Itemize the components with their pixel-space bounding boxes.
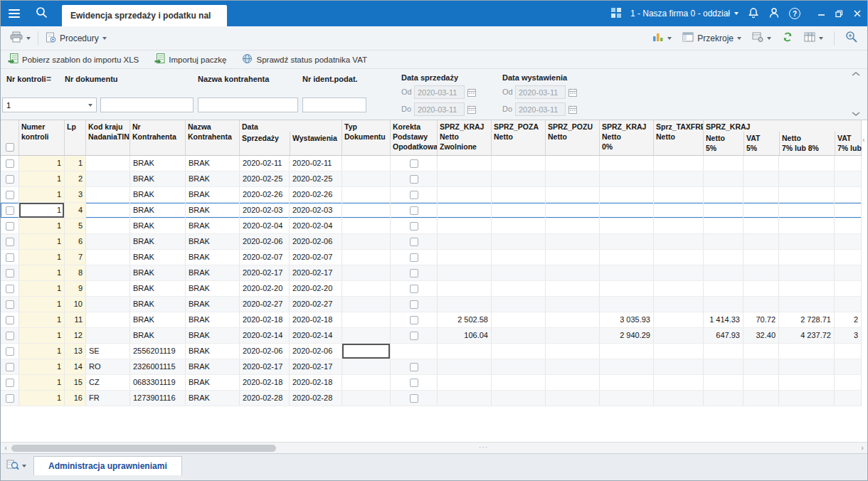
row-checkbox[interactable] <box>6 206 14 215</box>
view-settings-button[interactable] <box>748 30 775 46</box>
table-row[interactable]: 12BRAKBRAK2020-02-252020-02-25 <box>1 171 862 187</box>
column-header-numer[interactable]: Numerkontroli <box>19 120 65 155</box>
table-row[interactable]: 113SE2556201119BRAK2020-02-062020-02-06 <box>1 344 862 359</box>
table-row[interactable]: 114RO2326001115BRAK2020-02-172020-02-17 <box>1 359 862 375</box>
data-wystawienia-od-input[interactable]: 2020-03-11 <box>515 85 566 99</box>
row-checkbox[interactable] <box>6 175 14 184</box>
nr-dokumentu-input[interactable] <box>100 97 194 112</box>
expand-filters-button[interactable] <box>849 110 863 118</box>
row-checkbox[interactable] <box>6 347 14 356</box>
korekta-checkbox[interactable] <box>410 253 418 262</box>
minimize-button[interactable] <box>813 1 830 26</box>
column-header-vat78[interactable]: VAT7% lub <box>835 132 862 155</box>
zoom-button[interactable] <box>842 28 862 48</box>
horizontal-scrollbar[interactable]: ‹ ··· › <box>1 442 867 453</box>
row-checkbox[interactable] <box>6 285 14 293</box>
table-row[interactable]: 18BRAKBRAK2020-02-172020-02-17 <box>1 265 862 281</box>
menu-button[interactable] <box>1 1 28 26</box>
row-checkbox[interactable] <box>6 191 14 199</box>
table-row[interactable]: 15BRAKBRAK2020-02-042020-02-04 <box>1 218 862 234</box>
close-button[interactable] <box>848 1 866 26</box>
column-header-nazwa[interactable]: NazwaKontrahenta <box>186 120 240 155</box>
korekta-checkbox[interactable] <box>410 379 418 387</box>
search-button[interactable] <box>28 1 55 26</box>
maximize-button[interactable] <box>830 1 848 26</box>
korekta-checkbox[interactable] <box>410 269 418 278</box>
tab-administracja-uprawnieniami[interactable]: Administracja uprawnieniami <box>33 456 182 475</box>
chart-button[interactable] <box>649 30 675 46</box>
notifications-button[interactable] <box>748 7 759 21</box>
column-header-pozu[interactable]: SPRZ_POZUNetto <box>546 120 600 155</box>
user-button[interactable] <box>768 7 780 21</box>
column-header-lp[interactable]: Lp <box>65 120 86 155</box>
row-checkbox[interactable] <box>6 300 14 309</box>
data-wystawienia-do-input[interactable]: 2020-03-11 <box>515 102 566 116</box>
row-checkbox[interactable] <box>6 316 14 324</box>
company-selector[interactable]: 1 - Nasza firma 0 - oddział <box>630 9 739 18</box>
nr-kontroli-operator[interactable]: = <box>46 74 51 84</box>
column-header-sprz[interactable]: Sprzedaży <box>240 132 290 155</box>
korekta-checkbox[interactable] <box>410 285 418 293</box>
column-header-typ[interactable]: TypDokumentu <box>342 120 391 155</box>
column-header-zwol[interactable]: SPRZ_KRAJNettoZwolnione <box>438 120 492 155</box>
refresh-button[interactable] <box>778 29 797 47</box>
help-button[interactable]: ? <box>789 8 800 19</box>
nr-kontroli-select[interactable]: 1 <box>2 97 97 112</box>
calendar-icon[interactable] <box>466 103 477 116</box>
download-xls-template-button[interactable]: Pobierz szablon do importu XLS <box>8 53 139 65</box>
korekta-checkbox[interactable] <box>410 175 418 184</box>
table-row[interactable]: 11BRAKBRAK2020-02-112020-02-11 <box>1 156 862 171</box>
table-row[interactable]: 115CZ0683301119BRAK2020-02-182020-02-18 <box>1 375 862 391</box>
scroll-left-arrow[interactable]: ‹ <box>1 443 11 453</box>
table-row[interactable]: 110BRAKBRAK2020-02-272020-02-27 <box>1 297 862 312</box>
collapse-filters-button[interactable] <box>849 70 863 78</box>
korekta-checkbox[interactable] <box>410 159 418 168</box>
table-row[interactable]: 17BRAKBRAK2020-02-072020-02-07 <box>1 250 862 265</box>
calendar-icon[interactable] <box>567 103 578 116</box>
document-tab[interactable]: Ewidencja sprzedaży i podatku nal <box>62 5 227 26</box>
procedury-button[interactable]: Procedury <box>42 30 110 47</box>
table-row[interactable]: 13BRAKBRAK2020-02-262020-02-26 <box>1 187 862 203</box>
table-view-button[interactable] <box>800 30 827 46</box>
column-header-wyst[interactable]: Wystawienia <box>290 132 342 155</box>
data-sprzedazy-do-input[interactable]: 2020-03-11 <box>414 102 465 116</box>
row-checkbox[interactable] <box>6 394 14 403</box>
nr-ident-podat-input[interactable] <box>302 97 366 112</box>
column-header-netto5[interactable]: Netto5% <box>704 132 743 155</box>
import-package-button[interactable]: Importuj paczkę <box>154 53 226 65</box>
row-checkbox[interactable] <box>6 379 14 387</box>
korekta-checkbox[interactable] <box>410 394 418 403</box>
calendar-icon[interactable] <box>466 86 477 99</box>
row-checkbox[interactable] <box>6 332 14 340</box>
row-checkbox[interactable] <box>6 238 14 246</box>
apps-grid-icon[interactable] <box>611 8 621 20</box>
table-row[interactable]: 19BRAKBRAK2020-02-202020-02-20 <box>1 281 862 297</box>
row-checkbox[interactable] <box>6 222 14 231</box>
column-header-korekta[interactable]: KorektaPodstawyOpodatkowa <box>391 120 438 155</box>
table-row[interactable]: 116FR1273901116BRAK2020-02-282020-02-28 <box>1 391 862 406</box>
korekta-checkbox[interactable] <box>410 300 418 309</box>
korekta-checkbox[interactable] <box>410 332 418 340</box>
column-header-vat5[interactable]: VAT5% <box>743 132 779 155</box>
scroll-right-arrow[interactable]: › <box>857 443 867 453</box>
przekroje-button[interactable]: Przekroje <box>679 30 745 46</box>
korekta-checkbox[interactable] <box>410 206 418 215</box>
korekta-checkbox[interactable] <box>410 238 418 246</box>
row-checkbox[interactable] <box>6 363 14 371</box>
table-row[interactable]: 14BRAKBRAK2020-02-032020-02-03 <box>1 203 862 218</box>
table-row[interactable]: 16BRAKBRAK2020-02-062020-02-06 <box>1 234 862 250</box>
column-header-nrk[interactable]: NrKontrahenta <box>130 120 186 155</box>
scrollbar-thumb[interactable] <box>11 445 276 452</box>
column-header-poza[interactable]: SPRZ_POZANetto <box>492 120 546 155</box>
row-checkbox[interactable] <box>6 253 14 262</box>
table-row[interactable]: 112BRAKBRAK2020-02-142020-02-14106.042 9… <box>1 328 862 344</box>
print-button[interactable] <box>6 29 34 47</box>
data-sprzedazy-od-input[interactable]: 2020-03-11 <box>414 85 465 99</box>
column-header-taxfree[interactable]: Sprz_TAXFREINetto <box>654 120 704 155</box>
check-vat-status-button[interactable]: Sprawdź status podatnika VAT <box>242 53 367 65</box>
table-row[interactable]: 111BRAKBRAK2020-02-182020-02-182 502.583… <box>1 312 862 328</box>
row-checkbox[interactable] <box>6 269 14 278</box>
collapse-right-panel-arrow[interactable]: ‹ <box>862 136 865 143</box>
calendar-icon[interactable] <box>567 86 578 99</box>
nazwa-kontrahenta-input[interactable] <box>198 97 298 112</box>
